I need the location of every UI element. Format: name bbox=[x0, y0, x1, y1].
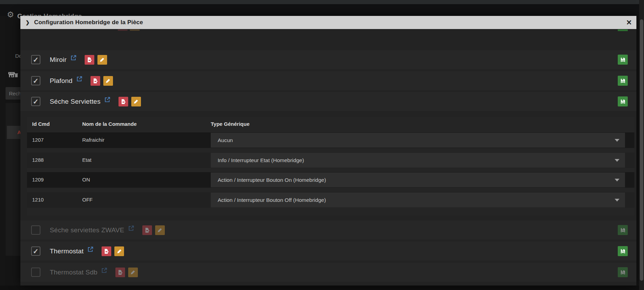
house-icon bbox=[8, 70, 19, 79]
cmd-name: Etat bbox=[82, 157, 92, 163]
device-row-seche-serviettes-zwave: Séche serviettes ZWAVE bbox=[20, 221, 636, 240]
external-link-icon[interactable] bbox=[70, 55, 76, 61]
scrolled-row-green-sliver bbox=[618, 29, 628, 31]
chevron-down-icon bbox=[615, 139, 619, 142]
page-bottom-band bbox=[0, 286, 644, 290]
save-row-button[interactable] bbox=[618, 225, 628, 235]
cmd-id: 1209 bbox=[32, 177, 44, 183]
file-export-button[interactable] bbox=[142, 225, 152, 235]
cmd-name: Rafraichir bbox=[82, 137, 104, 143]
top-strip bbox=[0, 0, 644, 4]
gear-icon: ⚙ bbox=[7, 11, 14, 19]
device-name: Thermostat bbox=[50, 247, 84, 255]
cmd-id: 1207 bbox=[32, 137, 44, 143]
chevron-right-icon: ❯ bbox=[26, 20, 30, 25]
edit-pencil-button[interactable] bbox=[97, 55, 107, 65]
save-row-button[interactable] bbox=[618, 96, 628, 106]
device-row-thermostat-sdb: Thermostat Sdb bbox=[20, 263, 636, 282]
device-row-thermostat: ✓ Thermostat bbox=[20, 242, 636, 261]
commands-table: Id Cmd Nom de la Commande Type Générique… bbox=[27, 117, 634, 216]
table-row: 1288 Etat Info / Interrupteur Etat (Home… bbox=[27, 152, 634, 168]
device-checkbox[interactable]: ✓ bbox=[31, 97, 40, 106]
scrollbar-thumb[interactable] bbox=[640, 19, 643, 281]
table-row: 1210 OFF Action / Interrupteur Bouton Of… bbox=[27, 192, 634, 208]
device-checkbox[interactable]: ✓ bbox=[31, 76, 40, 85]
external-link-icon[interactable] bbox=[104, 97, 110, 103]
scrolled-row-orange-sliver bbox=[130, 29, 140, 31]
device-checkbox[interactable]: ✓ bbox=[31, 55, 40, 64]
external-link-icon[interactable] bbox=[76, 76, 82, 82]
device-checkbox[interactable] bbox=[31, 268, 40, 277]
device-checkbox[interactable] bbox=[31, 225, 40, 235]
cmd-name: ON bbox=[82, 177, 90, 183]
chevron-down-icon bbox=[615, 179, 619, 181]
device-row-seche-serviettes: ✓ Séche Serviettes bbox=[20, 92, 636, 111]
cmd-name: OFF bbox=[82, 197, 93, 203]
file-export-button[interactable] bbox=[102, 246, 111, 256]
device-checkbox[interactable]: ✓ bbox=[31, 246, 40, 256]
cmd-id: 1288 bbox=[32, 157, 44, 163]
table-row: 1209 ON Action / Interrupteur Bouton On … bbox=[27, 172, 634, 188]
table-row: 1207 Rafraichir Aucun bbox=[27, 132, 634, 148]
generic-type-select[interactable]: Info / Interrupteur Etat (Homebridge) bbox=[211, 153, 625, 168]
device-row-miroir: ✓ Miroir bbox=[20, 50, 636, 69]
column-header-type: Type Générique bbox=[211, 121, 249, 127]
external-link-icon[interactable] bbox=[101, 268, 107, 273]
screen: ⚙ Gestion Homebridge De Ap ❯ Configurati… bbox=[0, 0, 644, 290]
modal-title: Configuration Homebridge de la Pièce bbox=[34, 19, 143, 26]
chevron-down-icon bbox=[615, 159, 619, 162]
save-row-button[interactable] bbox=[618, 267, 628, 277]
modal-body: ✓ Miroir ✓ Pla bbox=[20, 29, 636, 286]
device-name: Thermostat Sdb bbox=[50, 269, 97, 276]
external-link-icon[interactable] bbox=[128, 225, 134, 231]
generic-type-value: Info / Interrupteur Etat (Homebridge) bbox=[218, 157, 304, 163]
generic-type-select[interactable]: Aucun bbox=[211, 133, 625, 148]
device-name: Plafond bbox=[50, 77, 73, 85]
room-config-modal: ❯ Configuration Homebridge de la Pièce ✕… bbox=[20, 16, 636, 286]
device-row-plafond: ✓ Plafond bbox=[20, 71, 636, 90]
save-row-button[interactable] bbox=[618, 76, 628, 86]
device-name: Miroir bbox=[50, 56, 67, 64]
page-header-band bbox=[0, 4, 644, 16]
file-export-button[interactable] bbox=[119, 97, 128, 106]
edit-pencil-button[interactable] bbox=[103, 76, 113, 86]
chevron-down-icon bbox=[615, 199, 619, 202]
device-name: Séche serviettes ZWAVE bbox=[50, 226, 124, 234]
edit-pencil-button[interactable] bbox=[128, 268, 138, 277]
column-header-id: Id Cmd bbox=[32, 121, 50, 127]
modal-header: ❯ Configuration Homebridge de la Pièce ✕ bbox=[20, 16, 636, 29]
cmd-id: 1210 bbox=[32, 197, 44, 203]
save-row-button[interactable] bbox=[618, 55, 628, 65]
generic-type-select[interactable]: Action / Interrupteur Bouton Off (Homebr… bbox=[211, 193, 625, 207]
scrolled-row-red-sliver bbox=[118, 29, 127, 31]
close-icon[interactable]: ✕ bbox=[626, 19, 632, 26]
file-export-button[interactable] bbox=[115, 268, 125, 277]
generic-type-value: Action / Interrupteur Bouton On (Homebri… bbox=[218, 177, 326, 183]
generic-type-value: Action / Interrupteur Bouton Off (Homebr… bbox=[218, 197, 326, 203]
file-export-button[interactable] bbox=[85, 55, 94, 65]
column-header-name: Nom de la Commande bbox=[82, 121, 137, 127]
save-row-button[interactable] bbox=[618, 246, 628, 256]
edit-pencil-button[interactable] bbox=[155, 225, 165, 235]
edit-pencil-button[interactable] bbox=[114, 246, 124, 256]
edit-pencil-button[interactable] bbox=[131, 97, 141, 106]
external-link-icon[interactable] bbox=[87, 246, 93, 252]
generic-type-value: Aucun bbox=[218, 137, 233, 143]
device-name: Séche Serviettes bbox=[50, 98, 101, 105]
file-export-button[interactable] bbox=[91, 76, 100, 86]
generic-type-select[interactable]: Action / Interrupteur Bouton On (Homebri… bbox=[211, 172, 625, 187]
